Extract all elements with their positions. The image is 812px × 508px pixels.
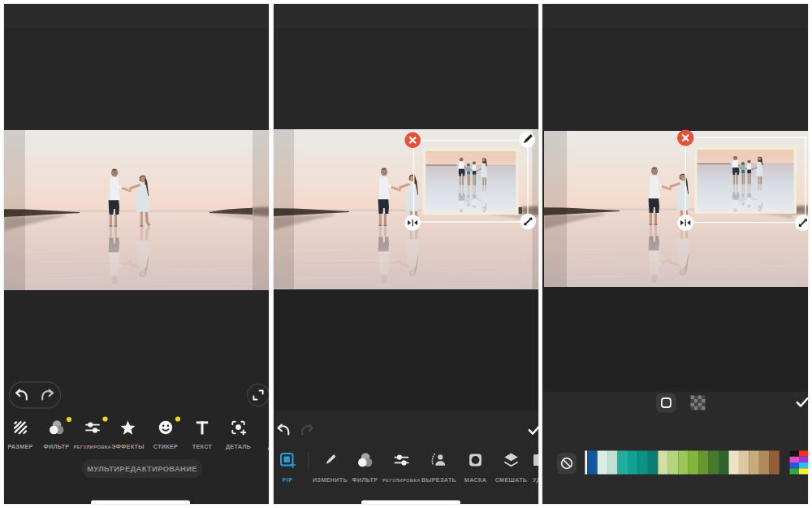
svg-text:РАЗМЕР: РАЗМЕР (7, 442, 32, 449)
svg-text:МУЛЬТИРЕДАКТИРОВАНИЕ: МУЛЬТИРЕДАКТИРОВАНИЕ (87, 465, 197, 473)
svg-text:РЕГУЛИРОВКА: РЕГУЛИРОВКА (382, 478, 421, 483)
svg-text:PIP: PIP (282, 476, 292, 484)
svg-text:СМЕШАТЬ: СМЕШАТЬ (495, 476, 527, 484)
svg-text:ФИЛЬТР: ФИЛЬТР (43, 442, 69, 449)
svg-text:МАСКА: МАСКА (464, 476, 486, 484)
svg-text:ЭФФЕКТЫ: ЭФФЕКТЫ (111, 442, 144, 449)
svg-text:УД: УД (533, 476, 538, 484)
svg-text:Д: Д (267, 442, 268, 449)
svg-text:РЕГУЛИРОВКА: РЕГУЛИРОВКА (73, 444, 111, 449)
svg-text:ИЗМЕНИТЬ: ИЗМЕНИТЬ (313, 476, 348, 484)
svg-text:ВЫРЕЗАТЬ: ВЫРЕЗАТЬ (421, 476, 456, 484)
svg-text:ТЕКСТ: ТЕКСТ (192, 442, 212, 449)
svg-text:СТИКЕР: СТИКЕР (153, 442, 177, 449)
svg-text:ФИЛЬТР: ФИЛЬТР (352, 476, 378, 484)
svg-text:ДЕТАЛЬ: ДЕТАЛЬ (225, 442, 250, 449)
